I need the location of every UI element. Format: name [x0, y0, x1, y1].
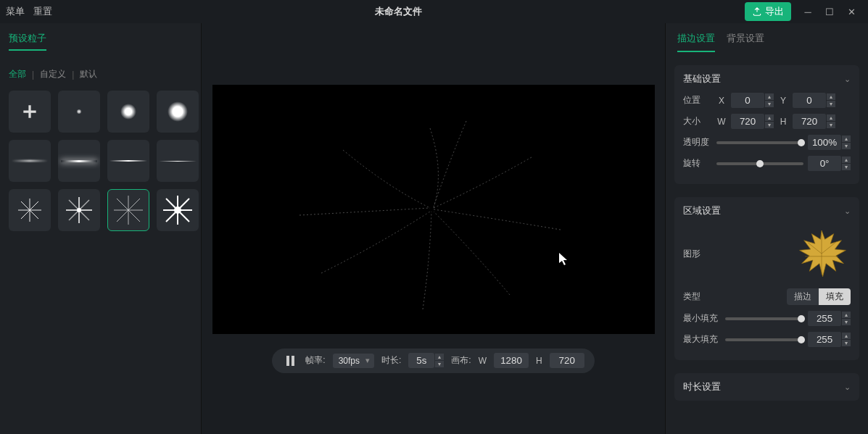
menu-button[interactable]: 菜单: [6, 5, 25, 18]
duration-settings-section: 时长设置 ⌄: [674, 373, 859, 401]
particle-preset[interactable]: [157, 189, 199, 231]
stepper-up[interactable]: ▴: [842, 157, 851, 163]
fps-select[interactable]: 30fps▾: [333, 354, 374, 368]
area-settings-section: 区域设置 ⌄ 图形 类型 描边: [674, 197, 859, 360]
particle-render: [212, 85, 655, 334]
close-button[interactable]: ✕: [846, 7, 856, 17]
chevron-down-icon: ⌄: [844, 75, 851, 84]
type-stroke-option[interactable]: 描边: [787, 288, 819, 305]
svg-rect-18: [286, 356, 289, 366]
opacity-label: 透明度: [683, 136, 712, 149]
min-fill-slider[interactable]: [725, 317, 803, 320]
document-title: 未命名文件: [52, 5, 745, 18]
canvas-width-input[interactable]: [494, 353, 529, 368]
sparkle-icon: [65, 196, 94, 225]
tab-preset-particles[interactable]: 预设粒子: [9, 32, 46, 51]
position-label: 位置: [683, 94, 712, 107]
rotation-input[interactable]: [808, 156, 841, 171]
basic-settings-header[interactable]: 基础设置 ⌄: [683, 72, 851, 85]
tab-stroke-settings[interactable]: 描边设置: [677, 32, 715, 52]
svg-point-17: [174, 206, 181, 214]
plus-icon: [20, 102, 39, 121]
stepper-up[interactable]: ▴: [827, 114, 835, 121]
minimize-button[interactable]: ─: [803, 7, 813, 17]
type-toggle: 描边 填充: [787, 288, 851, 305]
pause-icon: [286, 356, 294, 366]
filter-default[interactable]: 默认: [80, 68, 97, 80]
max-fill-label: 最大填充: [683, 333, 721, 346]
stepper-down[interactable]: ▾: [842, 164, 851, 170]
titlebar: 菜单 重置 未命名文件 导出 ─ ☐ ✕: [0, 0, 868, 23]
size-label: 大小: [683, 115, 712, 128]
stepper-down[interactable]: ▾: [842, 143, 851, 149]
particle-preset[interactable]: [58, 140, 100, 182]
particle-preset[interactable]: [107, 91, 149, 133]
stepper-up[interactable]: ▴: [842, 333, 851, 339]
position-x-input[interactable]: [731, 93, 764, 108]
fps-label: 帧率:: [305, 354, 325, 367]
chevron-down-icon: ⌄: [844, 383, 851, 392]
playback-bar: 帧率: 30fps▾ 时长: ▴▾ 画布: W H: [272, 349, 594, 373]
max-fill-slider[interactable]: [725, 338, 803, 341]
max-fill-input[interactable]: [808, 332, 841, 347]
rotation-label: 旋转: [683, 157, 712, 170]
stepper-down[interactable]: ▾: [435, 361, 444, 367]
tab-background-settings[interactable]: 背景设置: [727, 32, 764, 52]
stepper-down[interactable]: ▾: [827, 122, 835, 128]
opacity-slider[interactable]: [716, 141, 803, 144]
particle-preset[interactable]: [107, 140, 149, 182]
shape-preview[interactable]: [793, 225, 851, 283]
stepper-up[interactable]: ▴: [827, 93, 835, 100]
stepper-up[interactable]: ▴: [842, 312, 851, 318]
sparkle-icon: [163, 196, 192, 225]
stepper-up[interactable]: ▴: [765, 93, 774, 100]
particle-preset[interactable]: [58, 189, 100, 231]
sparkle-icon: [112, 194, 144, 226]
particle-preset-selected[interactable]: [107, 189, 149, 231]
maximize-button[interactable]: ☐: [824, 7, 835, 17]
canvas-height-input[interactable]: [550, 353, 584, 368]
type-fill-option[interactable]: 填充: [819, 288, 851, 305]
sparkle-icon: [15, 196, 44, 225]
particle-preset[interactable]: [58, 91, 100, 133]
export-label: 导出: [765, 5, 784, 18]
stepper-up[interactable]: ▴: [842, 135, 851, 142]
duration-input[interactable]: [408, 353, 434, 368]
right-panel: 描边设置 背景设置 基础设置 ⌄ 位置 X ▴▾ Y ▴▾ 大小 W ▴▾: [665, 23, 868, 434]
particle-preset[interactable]: [9, 140, 51, 182]
reset-button[interactable]: 重置: [33, 5, 52, 18]
particle-preset[interactable]: [157, 140, 199, 182]
opacity-input[interactable]: [808, 135, 841, 150]
particle-grid: [9, 91, 192, 231]
pause-button[interactable]: [282, 353, 298, 369]
stepper-down[interactable]: ▾: [827, 101, 835, 107]
filter-custom[interactable]: 自定义: [40, 68, 66, 80]
filter-all[interactable]: 全部: [9, 68, 26, 80]
area-settings-header[interactable]: 区域设置 ⌄: [683, 204, 851, 217]
position-y-input[interactable]: [793, 93, 826, 108]
particle-preset[interactable]: [157, 91, 199, 133]
stepper-up[interactable]: ▴: [765, 114, 774, 121]
center-panel: 帧率: 30fps▾ 时长: ▴▾ 画布: W H: [202, 23, 665, 434]
preview-canvas[interactable]: [212, 85, 655, 334]
canvas-label: 画布:: [451, 354, 471, 367]
duration-label: 时长:: [381, 354, 401, 367]
size-h-input[interactable]: [793, 114, 826, 129]
size-w-input[interactable]: [731, 114, 764, 129]
stepper-down[interactable]: ▾: [842, 340, 851, 346]
export-button[interactable]: 导出: [745, 2, 791, 21]
stepper-down[interactable]: ▾: [765, 101, 774, 107]
maple-leaf-icon: [794, 226, 849, 281]
svg-rect-19: [292, 356, 294, 366]
duration-settings-header[interactable]: 时长设置 ⌄: [683, 380, 851, 393]
min-fill-input[interactable]: [808, 311, 841, 326]
rotation-slider[interactable]: [716, 162, 803, 165]
stepper-down[interactable]: ▾: [765, 122, 774, 128]
stepper-down[interactable]: ▾: [842, 319, 851, 325]
left-panel: 预设粒子 全部 | 自定义 | 默认: [0, 23, 202, 434]
particle-preset[interactable]: [9, 189, 51, 231]
svg-point-8: [77, 208, 81, 212]
add-particle-button[interactable]: [9, 91, 51, 133]
export-icon: [752, 7, 762, 17]
stepper-up[interactable]: ▴: [435, 354, 444, 360]
